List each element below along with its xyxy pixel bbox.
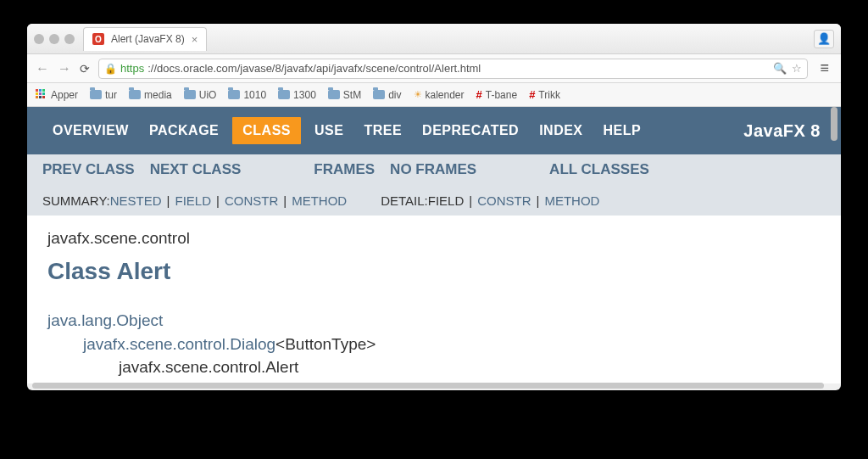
bookmark-star-icon[interactable]: ☆ bbox=[792, 62, 802, 75]
horizontal-scrollbar[interactable] bbox=[32, 383, 824, 389]
minimize-window-icon[interactable] bbox=[49, 34, 59, 44]
profile-button[interactable]: 👤 bbox=[814, 30, 834, 48]
detail-field-text: FIELD bbox=[428, 193, 465, 208]
hash-icon: # bbox=[476, 88, 482, 101]
forward-button[interactable]: → bbox=[58, 61, 71, 76]
javadoc-subnav: PREV CLASS NEXT CLASS FRAMES NO FRAMES A… bbox=[27, 154, 841, 216]
summary-label: SUMMARY: bbox=[42, 193, 110, 208]
brand-label: JavaFX 8 bbox=[743, 121, 826, 141]
tab-title: Alert (JavaFX 8) bbox=[111, 33, 185, 45]
hierarchy-current-class: javafx.scene.control.Alert bbox=[47, 355, 821, 379]
detail-constr-link[interactable]: CONSTR bbox=[477, 193, 531, 208]
nav-deprecated[interactable]: DEPRECATED bbox=[412, 107, 529, 154]
url-scheme: https bbox=[120, 62, 144, 75]
bookmark-label: 1300 bbox=[293, 89, 316, 101]
nav-overview[interactable]: OVERVIEW bbox=[42, 107, 139, 154]
maximize-window-icon[interactable] bbox=[64, 34, 75, 44]
next-class-link[interactable]: NEXT CLASS bbox=[150, 161, 242, 178]
folder-icon bbox=[328, 90, 340, 99]
prev-class-link[interactable]: PREV CLASS bbox=[42, 161, 135, 178]
summary-field-link[interactable]: FIELD bbox=[175, 193, 212, 208]
window-controls[interactable] bbox=[34, 34, 75, 44]
vertical-scrollbar[interactable] bbox=[831, 107, 837, 141]
summary-constr-link[interactable]: CONSTR bbox=[225, 193, 278, 208]
frames-link[interactable]: FRAMES bbox=[314, 161, 375, 178]
search-in-url-icon[interactable]: 🔍 bbox=[773, 62, 787, 75]
javadoc-topnav: OVERVIEW PACKAGE CLASS USE TREE DEPRECAT… bbox=[27, 107, 841, 154]
url-path: ://docs.oracle.com/javase/8/javafx/api/j… bbox=[147, 62, 481, 75]
class-hierarchy: java.lang.Object javafx.scene.control.Di… bbox=[47, 309, 821, 379]
folder-icon bbox=[228, 90, 240, 99]
address-bar[interactable]: 🔒 https ://docs.oracle.com/javase/8/java… bbox=[98, 59, 808, 79]
bookmark-label: kalender bbox=[426, 89, 465, 101]
bookmark-label: tur bbox=[105, 89, 117, 101]
browser-window: O Alert (JavaFX 8) × 👤 ← → ⟳ 🔒 https ://… bbox=[27, 24, 841, 390]
back-button[interactable]: ← bbox=[36, 61, 49, 76]
nav-class[interactable]: CLASS bbox=[232, 117, 301, 144]
bookmark-label: div bbox=[388, 89, 401, 101]
titlebar: O Alert (JavaFX 8) × 👤 bbox=[27, 24, 841, 54]
bookmark-folder[interactable]: 1300 bbox=[278, 89, 316, 101]
summary-method-link[interactable]: METHOD bbox=[292, 193, 347, 208]
bookmarks-bar: Apper tur media UiO 1010 1300 StM div ☀k… bbox=[27, 83, 841, 107]
bookmark-label: T-bane bbox=[486, 89, 517, 101]
class-title: Class Alert bbox=[47, 258, 821, 285]
oracle-favicon-icon: O bbox=[92, 33, 104, 45]
toolbar: ← → ⟳ 🔒 https ://docs.oracle.com/javase/… bbox=[27, 54, 841, 83]
no-frames-link[interactable]: NO FRAMES bbox=[390, 161, 476, 178]
folder-icon bbox=[184, 90, 196, 99]
folder-icon bbox=[278, 90, 290, 99]
summary-nested-link[interactable]: NESTED bbox=[110, 193, 162, 208]
hash-icon: # bbox=[529, 88, 535, 101]
bookmark-label: Apper bbox=[51, 89, 78, 101]
hierarchy-object-link[interactable]: java.lang.Object bbox=[47, 311, 163, 329]
bookmark-label: Trikk bbox=[538, 89, 560, 101]
bookmark-folder[interactable]: tur bbox=[90, 89, 117, 101]
reload-button[interactable]: ⟳ bbox=[80, 62, 90, 76]
nav-tree[interactable]: TREE bbox=[353, 107, 412, 154]
bookmark-trikk[interactable]: #Trikk bbox=[529, 88, 560, 101]
nav-use[interactable]: USE bbox=[304, 107, 353, 154]
all-classes-link[interactable]: ALL CLASSES bbox=[549, 161, 649, 178]
folder-icon bbox=[373, 90, 385, 99]
user-icon: 👤 bbox=[817, 32, 831, 45]
hierarchy-dialog-link[interactable]: javafx.scene.control.Dialog bbox=[83, 335, 275, 353]
folder-icon bbox=[90, 90, 102, 99]
detail-method-link[interactable]: METHOD bbox=[544, 193, 599, 208]
bookmark-apps[interactable]: Apper bbox=[36, 89, 78, 101]
nav-help[interactable]: HELP bbox=[593, 107, 652, 154]
close-tab-icon[interactable]: × bbox=[192, 33, 198, 46]
bookmark-label: UiO bbox=[199, 89, 217, 101]
javadoc-body: javafx.scene.control Class Alert java.la… bbox=[27, 216, 841, 383]
package-path: javafx.scene.control bbox=[47, 229, 821, 248]
bookmark-folder[interactable]: StM bbox=[328, 89, 361, 101]
nav-package[interactable]: PACKAGE bbox=[139, 107, 229, 154]
bookmark-folder[interactable]: UiO bbox=[184, 89, 217, 101]
bookmark-tbane[interactable]: #T-bane bbox=[476, 88, 518, 101]
apps-grid-icon bbox=[36, 89, 47, 101]
bookmark-kalender[interactable]: ☀kalender bbox=[414, 89, 465, 101]
hierarchy-generic-text: <ButtonType> bbox=[275, 335, 376, 353]
nav-index[interactable]: INDEX bbox=[529, 107, 593, 154]
bookmark-label: StM bbox=[343, 89, 361, 101]
bookmark-label: 1010 bbox=[243, 89, 266, 101]
bookmark-folder[interactable]: media bbox=[129, 89, 172, 101]
bookmark-folder[interactable]: div bbox=[373, 89, 401, 101]
lock-icon: 🔒 bbox=[104, 63, 117, 75]
hamburger-menu-icon[interactable]: ≡ bbox=[816, 59, 832, 77]
sun-icon: ☀ bbox=[414, 89, 422, 100]
bookmark-label: media bbox=[144, 89, 172, 101]
bookmark-folder[interactable]: 1010 bbox=[228, 89, 266, 101]
close-window-icon[interactable] bbox=[34, 34, 44, 44]
browser-tab[interactable]: O Alert (JavaFX 8) × bbox=[83, 27, 207, 51]
page-content: OVERVIEW PACKAGE CLASS USE TREE DEPRECAT… bbox=[27, 107, 841, 383]
folder-icon bbox=[129, 90, 141, 99]
detail-label: DETAIL: bbox=[381, 193, 428, 208]
